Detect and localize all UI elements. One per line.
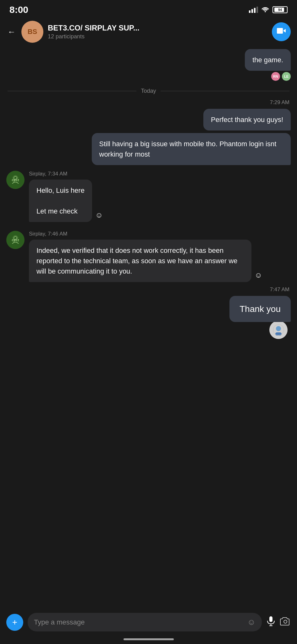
group-avatar: BS [21, 21, 43, 43]
reaction-avatar-le: LE [282, 72, 291, 81]
plus-icon: + [12, 617, 17, 627]
participant-count: 12 participants [48, 33, 267, 40]
chat-title: BET3.CO/ SIRPLAY SUP... [48, 24, 267, 33]
sirplay-avatar-1: cplz [6, 171, 25, 189]
chat-header: ← BS BET3.CO/ SIRPLAY SUP... 12 particip… [0, 18, 297, 48]
signal-bars-icon [249, 7, 258, 13]
video-camera-icon [277, 27, 286, 36]
home-indicator [124, 638, 174, 640]
incoming-group-1: cplz Sirplay, 7:34 AM Hello, Luis hereLe… [0, 166, 297, 226]
bubble-mobile-issue: Still having a big issue with mobile tho… [92, 133, 291, 165]
bubble-sirplay-1: Hello, Luis hereLet me check [29, 180, 92, 222]
battery-level: 94 [278, 8, 282, 12]
back-button[interactable]: ← [6, 26, 17, 38]
incoming-group-2: cplz Sirplay, 7:46 AM Indeed, we verifie… [0, 226, 297, 286]
add-attachment-button[interactable]: + [6, 614, 23, 631]
incoming-content-1: Sirplay, 7:34 AM Hello, Luis hereLet me … [29, 171, 291, 222]
outgoing-message-2: Still having a big issue with mobile tho… [0, 132, 297, 166]
sender-meta-1: Sirplay, 7:34 AM [29, 171, 291, 177]
timestamp-729: 7:29 AM [0, 99, 297, 106]
outgoing-message-1: Perfect thank you guys! [0, 108, 297, 132]
reaction-avatar-rn: RN [271, 72, 280, 81]
date-line-right [161, 91, 289, 91]
svg-point-8 [276, 326, 281, 331]
sender-meta-2: Sirplay, 7:46 AM [29, 231, 291, 237]
bubble-sirplay-2: Indeed, we verified that it does not wor… [29, 240, 251, 282]
avatar-reaction-row: RN LE [0, 72, 297, 81]
stub-bubble: the game. [245, 49, 291, 71]
svg-text:cplz: cplz [12, 238, 19, 242]
svg-point-14 [284, 620, 287, 623]
wifi-icon [261, 6, 269, 14]
date-label: Today [141, 88, 156, 94]
microphone-icon[interactable] [266, 616, 276, 629]
reaction-smiley-1: ☺ [95, 211, 103, 222]
svg-text:cplz: cplz [12, 178, 19, 182]
svg-rect-11 [269, 616, 272, 622]
incoming-content-2: Sirplay, 7:46 AM Indeed, we verified tha… [29, 231, 291, 282]
message-input-wrapper[interactable]: Type a message ☺ [28, 613, 262, 631]
reaction-smiley-2: ☺ [255, 271, 262, 282]
header-info: BET3.CO/ SIRPLAY SUP... 12 participants [48, 24, 267, 40]
date-separator: Today [0, 83, 297, 99]
status-bar: 8:00 94 [0, 0, 297, 18]
date-line-left [8, 91, 136, 91]
thank-you-section: Thank you [0, 295, 297, 340]
battery-icon: 94 [272, 6, 288, 13]
message-input[interactable]: Type a message [34, 618, 243, 626]
spacer [0, 340, 297, 384]
chat-area: the game. RN LE Today 7:29 AM Perfect th… [0, 48, 297, 391]
timestamp-747: 7:47 AM [0, 286, 297, 293]
bubble-thank-you: Thank you [229, 296, 291, 322]
bubble-perfect-thankyou: Perfect thank you guys! [203, 109, 291, 130]
status-time: 8:00 [9, 4, 28, 15]
sirplay-avatar-2: cplz [6, 231, 25, 249]
stub-message: the game. [0, 48, 297, 72]
status-icons: 94 [249, 6, 288, 14]
user-avatar [269, 321, 288, 339]
video-call-button[interactable] [272, 22, 291, 41]
emoji-input-icon[interactable]: ☺ [247, 617, 256, 627]
camera-icon[interactable] [280, 617, 291, 628]
